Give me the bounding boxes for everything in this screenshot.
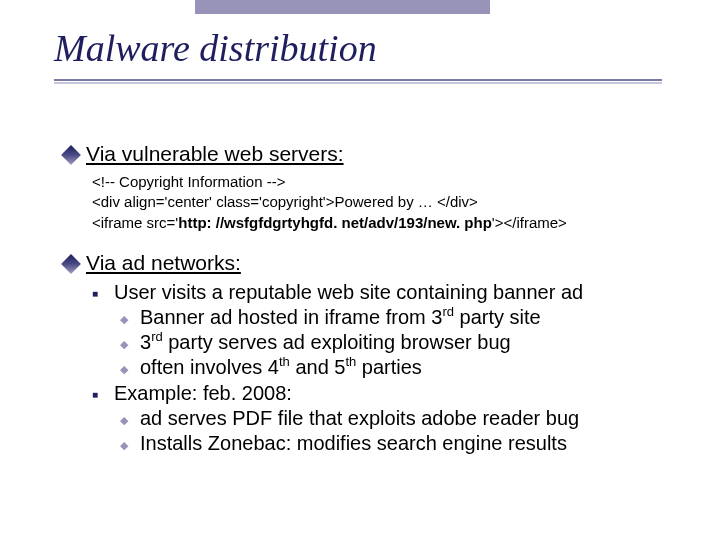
- code-line: <div align='center' class='copyright'>Po…: [92, 192, 702, 212]
- code-line: <iframe src='http: //wsfgfdgrtyhgfd. net…: [92, 213, 702, 233]
- sub-sub-bullet: ◆ 3rd party serves ad exploiting browser…: [120, 331, 702, 354]
- bullet-vulnerable-servers: Via vulnerable web servers:: [62, 142, 702, 166]
- slide-title: Malware distribution: [54, 26, 377, 70]
- diamond-outline-icon: ◆: [120, 331, 140, 351]
- diamond-bullet-icon: [62, 251, 86, 271]
- bullet-text: Banner ad hosted in iframe from 3rd part…: [140, 306, 541, 329]
- bullet-ad-networks: Via ad networks:: [62, 251, 702, 275]
- bullet-text: User visits a reputable web site contain…: [114, 281, 583, 304]
- heading-text: Via ad networks:: [86, 251, 241, 275]
- diamond-outline-icon: ◆: [120, 407, 140, 427]
- bullet-text: Example: feb. 2008:: [114, 382, 292, 405]
- code-line: <!-- Copyright Information -->: [92, 172, 702, 192]
- bullet-text: 3rd party serves ad exploiting browser b…: [140, 331, 511, 354]
- sub-bullet: ■ User visits a reputable web site conta…: [92, 281, 702, 304]
- bullet-text: ad serves PDF file that exploits adobe r…: [140, 407, 579, 430]
- sub-sub-bullet: ◆ ad serves PDF file that exploits adobe…: [120, 407, 702, 430]
- square-bullet-icon: ■: [92, 281, 114, 299]
- title-underline: [54, 79, 662, 84]
- sub-sub-bullet: ◆ often involves 4th and 5th parties: [120, 356, 702, 379]
- heading-text: Via vulnerable web servers:: [86, 142, 344, 166]
- bullet-text: Installs Zonebac: modifies search engine…: [140, 432, 567, 455]
- diamond-outline-icon: ◆: [120, 432, 140, 452]
- bullet-text: often involves 4th and 5th parties: [140, 356, 422, 379]
- diamond-bullet-icon: [62, 142, 86, 162]
- diamond-outline-icon: ◆: [120, 306, 140, 326]
- slide-body: Via vulnerable web servers: <!-- Copyrig…: [62, 142, 702, 455]
- code-block: <!-- Copyright Information --> <div alig…: [92, 172, 702, 233]
- sub-bullet: ■ Example: feb. 2008:: [92, 382, 702, 405]
- sub-sub-bullet: ◆ Installs Zonebac: modifies search engi…: [120, 432, 702, 455]
- sub-sub-bullet: ◆ Banner ad hosted in iframe from 3rd pa…: [120, 306, 702, 329]
- decorative-top-bar: [195, 0, 490, 14]
- diamond-outline-icon: ◆: [120, 356, 140, 376]
- square-bullet-icon: ■: [92, 382, 114, 400]
